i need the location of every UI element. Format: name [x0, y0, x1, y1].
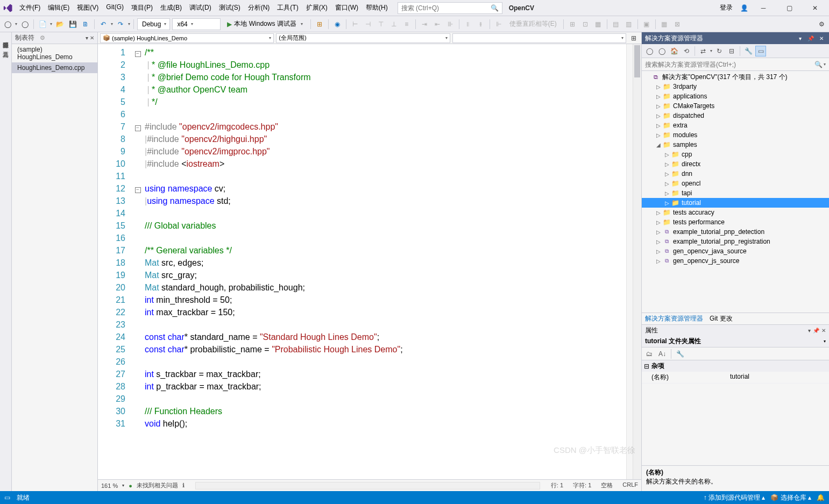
- cat-icon[interactable]: 🗂: [644, 349, 655, 359]
- tree-node[interactable]: ▷📁3rdparty: [642, 82, 829, 91]
- collapse-icon[interactable]: ⊟: [726, 46, 737, 56]
- gear-icon[interactable]: ⚙: [40, 34, 45, 41]
- vtab-toolbox[interactable]: 工具箱: [1, 43, 11, 52]
- split-icon[interactable]: ⊞: [628, 33, 639, 44]
- window-icon[interactable]: ▭: [4, 494, 10, 501]
- menu-item[interactable]: 窗口(W): [332, 1, 362, 15]
- save-all-button[interactable]: 🗎: [80, 19, 91, 30]
- dropdown-icon[interactable]: ▾: [796, 34, 804, 42]
- menu-item[interactable]: 扩展(X): [303, 1, 331, 15]
- run-button[interactable]: ▶本地 Windows 调试器▾: [223, 18, 307, 30]
- config-combo[interactable]: Debug▾: [137, 18, 170, 30]
- tree-node[interactable]: ▷📁dispatched: [642, 111, 829, 120]
- back-icon[interactable]: ◯: [644, 46, 655, 56]
- horizontal-scrollbar[interactable]: [195, 482, 540, 489]
- close-icon[interactable]: ✕: [817, 34, 826, 42]
- fwd-button[interactable]: ◯: [19, 19, 30, 30]
- menu-item[interactable]: 生成(B): [157, 1, 185, 15]
- save-button[interactable]: 💾: [67, 19, 78, 30]
- undo-button[interactable]: ↶: [98, 19, 109, 30]
- menu-item[interactable]: 帮助(H): [363, 1, 391, 15]
- vertical-scrollbar[interactable]: [633, 44, 641, 479]
- az-icon[interactable]: A↓: [657, 349, 668, 359]
- showall-icon[interactable]: ▭: [755, 46, 766, 56]
- menu-item[interactable]: 项目(P): [128, 1, 156, 15]
- prop-name-val[interactable]: tutorial: [728, 372, 829, 383]
- tree-node[interactable]: ▷⧉gen_opencv_java_source: [642, 246, 829, 256]
- wrench-icon[interactable]: 🔧: [675, 349, 685, 359]
- tree-node[interactable]: ◢📁samples: [642, 140, 829, 150]
- close-button[interactable]: ✕: [804, 1, 826, 16]
- tree-node[interactable]: ▷📁applications: [642, 91, 829, 101]
- tree-node[interactable]: ▷⧉gen_opencv_js_source: [642, 256, 829, 266]
- col-indicator[interactable]: 字符: 1: [573, 481, 591, 489]
- select-repo[interactable]: 📦 选择仓库 ▴: [770, 493, 811, 502]
- close-icon[interactable]: ✕: [821, 328, 826, 333]
- symbol-item[interactable]: HoughLines_Demo.cpp: [12, 62, 97, 73]
- menu-item[interactable]: 文件(F): [16, 1, 44, 15]
- solution-tree[interactable]: ⧉解决方案"OpenCV"(317 个项目，共 317 个)▷📁3rdparty…: [642, 71, 829, 313]
- dropdown-icon[interactable]: ▾: [808, 328, 811, 333]
- menu-item[interactable]: Git(G): [103, 1, 127, 15]
- redo-button[interactable]: ↷: [115, 19, 126, 30]
- tree-node[interactable]: ▷📁tutorial: [642, 198, 829, 208]
- tree-node[interactable]: ▷📁cpp: [642, 150, 829, 159]
- new-button[interactable]: 📄: [37, 19, 48, 30]
- wrench-icon[interactable]: 🔧: [743, 46, 754, 56]
- tree-node[interactable]: ▷📁tests performance: [642, 217, 829, 227]
- minimap[interactable]: [626, 44, 633, 479]
- tree-node[interactable]: ▷📁CMakeTargets: [642, 101, 829, 111]
- fold-column[interactable]: − − −: [133, 44, 143, 479]
- tab-git-changes[interactable]: Git 更改: [710, 314, 733, 323]
- menu-item[interactable]: 调试(D): [186, 1, 215, 15]
- menu-item[interactable]: 工具(T): [274, 1, 301, 15]
- symbol-item[interactable]: (sample) HoughLines_Demo: [12, 44, 97, 62]
- tree-node[interactable]: ▷📁dnn: [642, 169, 829, 179]
- menu-item[interactable]: 编辑(E): [45, 1, 73, 15]
- code-area[interactable]: /** | * @file HoughLines_Demo.cpp | * @b…: [143, 44, 626, 479]
- tree-node[interactable]: ▷⧉example_tutorial_pnp_detection: [642, 227, 829, 237]
- menu-item[interactable]: 测试(S): [216, 1, 244, 15]
- notify-icon[interactable]: 🔔: [817, 494, 825, 501]
- customize-icon[interactable]: ⚙: [816, 19, 827, 30]
- minimize-button[interactable]: ─: [753, 1, 774, 16]
- tree-node[interactable]: ▷📁extra: [642, 120, 829, 130]
- open-button[interactable]: 📂: [54, 19, 65, 30]
- nav-member[interactable]: ▾: [452, 33, 626, 43]
- space-indicator[interactable]: 空格: [601, 481, 613, 489]
- search-input[interactable]: [401, 4, 499, 12]
- user-icon[interactable]: 👤: [740, 4, 748, 12]
- sync-icon[interactable]: ⟲: [681, 46, 692, 56]
- tree-node[interactable]: ▷📁directx: [642, 159, 829, 169]
- sx-search[interactable]: 🔍▾: [642, 58, 829, 71]
- nav-class[interactable]: (全局范围)▾: [276, 33, 450, 43]
- props-category[interactable]: 杂项: [651, 361, 664, 371]
- tree-root[interactable]: ⧉解决方案"OpenCV"(317 个项目，共 317 个): [642, 72, 829, 82]
- zoom-level[interactable]: 161 %: [101, 482, 118, 489]
- tool-icon-1[interactable]: ⊞: [314, 19, 325, 30]
- login-button[interactable]: 登录: [717, 1, 736, 15]
- home-icon[interactable]: 🏠: [669, 46, 679, 56]
- tab-solution-explorer[interactable]: 解决方案资源管理器: [645, 314, 703, 323]
- pin-icon[interactable]: 📌: [806, 34, 815, 42]
- platform-combo[interactable]: x64▾: [172, 18, 221, 30]
- menu-item[interactable]: 分析(N): [245, 1, 273, 15]
- maximize-button[interactable]: ▢: [778, 1, 800, 16]
- global-search[interactable]: 🔍: [398, 2, 502, 14]
- issues-msg[interactable]: 未找到相关问题: [137, 481, 178, 489]
- line-indicator[interactable]: 行: 1: [551, 481, 563, 489]
- tree-node[interactable]: ▷📁tapi: [642, 188, 829, 198]
- refresh-icon[interactable]: ↻: [714, 46, 725, 56]
- switch-icon[interactable]: ⇄: [698, 46, 708, 56]
- menu-item[interactable]: 视图(V): [74, 1, 102, 15]
- tool-icon-2[interactable]: ◉: [332, 19, 343, 30]
- vtab-server-explorer[interactable]: 服务器资源管理器: [1, 33, 11, 42]
- nav-scope[interactable]: 📦 (sample) HoughLines_Demo▾: [100, 33, 274, 43]
- tree-node[interactable]: ▷📁modules: [642, 130, 829, 140]
- tree-node[interactable]: ▷📁opencl: [642, 179, 829, 188]
- tree-node[interactable]: ▷📁tests accuracy: [642, 208, 829, 217]
- fwd-icon[interactable]: ◯: [656, 46, 667, 56]
- crlf-indicator[interactable]: CRLF: [622, 481, 638, 489]
- back-button[interactable]: ◯: [2, 19, 13, 30]
- sx-search-input[interactable]: [645, 61, 814, 68]
